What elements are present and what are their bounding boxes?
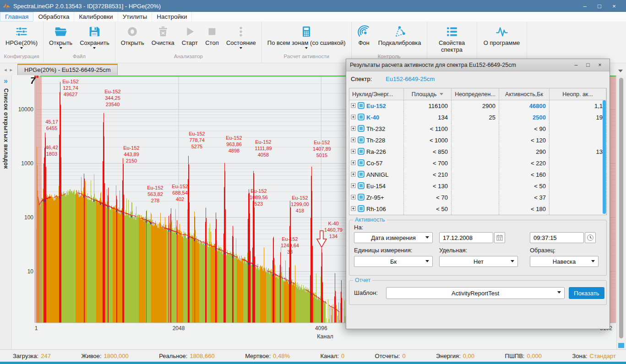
date-mode-select[interactable]: Дата измерения: [354, 232, 433, 243]
menu-item-4[interactable]: Утилиты: [118, 12, 152, 22]
chevron-down-icon: [557, 291, 561, 293]
vertical-scrollbar[interactable]: [616, 75, 626, 349]
expander-icon[interactable]: [351, 194, 356, 201]
column-header-5[interactable]: Неопр. ак...: [550, 88, 606, 100]
save-button[interactable]: Сохранить: [76, 23, 113, 50]
status-item-2: Живое:1800,000: [81, 353, 128, 359]
nuclide-checkbox[interactable]: [358, 102, 365, 110]
date-field[interactable]: 17.12.2008: [439, 232, 493, 243]
menu-item-1[interactable]: Главная: [0, 12, 33, 22]
cell-activity_unc: [550, 135, 606, 146]
nuclide-checkbox[interactable]: [358, 136, 365, 145]
spectrum-link[interactable]: Eu152-6649-25cm: [386, 76, 435, 82]
cell-activity: < 50: [499, 180, 550, 192]
cell-area: < 50: [404, 203, 452, 215]
menu-item-2[interactable]: Обработка: [33, 12, 74, 22]
table-row[interactable]: Zr-95+< 70< 37: [349, 192, 606, 203]
minimize-button[interactable]: –: [577, 3, 592, 10]
scrollbar-corner[interactable]: [618, 343, 624, 348]
expander-icon[interactable]: [351, 137, 356, 144]
menu-item-5[interactable]: Настройки: [152, 12, 192, 22]
calendar-button[interactable]: [494, 232, 505, 243]
show-report-button[interactable]: Показать: [569, 287, 604, 299]
status-item-5: Канал:0: [320, 353, 344, 359]
cell-activity_unc: [550, 192, 606, 203]
dialog-maximize-button[interactable]: □: [582, 62, 594, 68]
column-header-2[interactable]: Площадь: [404, 88, 452, 100]
expander-icon[interactable]: [351, 160, 356, 167]
time-field[interactable]: 09:37:15: [530, 232, 584, 243]
cell-uncertainty: [452, 158, 499, 169]
expander-icon[interactable]: [351, 183, 356, 190]
calculator-button[interactable]: По всем зонам (со сшивкой): [264, 23, 349, 50]
nuclide-checkbox[interactable]: [358, 148, 365, 156]
open-tabs-sidebar[interactable]: » Список открытых вкладок: [0, 75, 12, 349]
nuclide-checkbox[interactable]: [358, 159, 365, 168]
cell-uncertainty: [452, 169, 499, 180]
detector-button-label: Открыть: [121, 39, 144, 46]
nuclide-checkbox[interactable]: [358, 171, 365, 179]
nuclide-checkbox[interactable]: [358, 125, 365, 133]
chevron-down-icon: [425, 260, 429, 262]
table-row[interactable]: Eu-1521161002900468001,1: [349, 100, 606, 112]
close-button[interactable]: ×: [607, 3, 621, 10]
status-item-7: Энергия:0,00: [436, 353, 474, 359]
nuclide-checkbox[interactable]: [358, 182, 365, 190]
recalibration-button[interactable]: Подкалибровка: [375, 23, 425, 47]
folder-open-button[interactable]: Открыть: [46, 23, 76, 50]
tab-scroll-arrows[interactable]: ◂▸: [0, 67, 17, 75]
units-select[interactable]: Бк: [354, 256, 433, 267]
sliders-button[interactable]: HPGe(20%): [2, 23, 41, 50]
spectrum-properties-button[interactable]: Свойства спектра: [430, 23, 474, 54]
expander-icon[interactable]: [351, 103, 356, 109]
titlebar: SpectraLineGP 2.0.13543 - ID[372B8531] -…: [0, 0, 626, 12]
nuclide-name: ANNIGL: [366, 171, 388, 178]
background-signal-button[interactable]: Фон: [354, 23, 374, 47]
table-row[interactable]: Co-57< 700< 220: [349, 158, 606, 169]
table-row[interactable]: Th-232< 1100< 90: [349, 123, 606, 135]
expander-icon[interactable]: [351, 171, 356, 178]
expand-sidebar-icon[interactable]: »: [4, 77, 8, 84]
tab-list-dropdown-icon[interactable]: [618, 70, 623, 72]
table-row[interactable]: K-4013425250019: [349, 112, 606, 123]
folder-open-button-label: Открыть: [49, 39, 72, 46]
column-header-1[interactable]: Нуклид/Энерг...: [349, 88, 404, 100]
specific-label: Удельная:: [439, 247, 467, 254]
table-row[interactable]: Rh-106< 50< 180: [349, 203, 606, 215]
nuclide-checkbox[interactable]: [358, 205, 365, 213]
sample-select[interactable]: Навеска: [530, 256, 599, 267]
table-body: Eu-1521161002900468001,1K-4013425250019T…: [349, 100, 606, 215]
maximize-button[interactable]: □: [592, 3, 607, 10]
app-logo-icon: [3, 2, 10, 10]
clock-icon: [587, 234, 594, 241]
table-row[interactable]: Eu-154< 130< 50: [349, 180, 606, 192]
dialog-minimize-button[interactable]: –: [570, 62, 582, 68]
table-row[interactable]: Ra-226< 85029013: [349, 146, 606, 158]
table-row[interactable]: Th-228< 1000< 120: [349, 135, 606, 146]
cell-activity: < 160: [499, 169, 550, 180]
expander-icon[interactable]: [351, 125, 356, 132]
scrollbar-thumb[interactable]: [619, 78, 623, 338]
clock-button[interactable]: [585, 232, 596, 243]
expander-icon[interactable]: [351, 206, 356, 212]
spectrum-tab[interactable]: HPGe(20%) - Eu152-6649-25cm: [17, 64, 118, 75]
cell-activity: 46800: [499, 100, 550, 112]
nuclide-checkbox[interactable]: [358, 194, 365, 202]
column-header-4[interactable]: Активность,Бк: [499, 88, 550, 100]
nuclide-checkbox[interactable]: [358, 114, 365, 122]
status-value: 0: [341, 353, 344, 359]
cell-area: < 850: [404, 146, 452, 158]
table-row[interactable]: ANNIGL< 210< 160: [349, 169, 606, 180]
expander-icon[interactable]: [351, 114, 356, 121]
report-section-title: Отчет: [353, 277, 372, 283]
activity-results-dialog: Результаты расчета активности для спектр…: [346, 59, 610, 329]
expander-icon[interactable]: [351, 148, 356, 155]
report-template-select[interactable]: ActivityReportTest: [386, 287, 565, 299]
cell-area: < 210: [404, 169, 452, 180]
menu-item-3[interactable]: Калибровки: [74, 12, 118, 22]
table-scrollbar[interactable]: [603, 100, 606, 214]
about-button[interactable]: О программе: [479, 23, 524, 47]
specific-select[interactable]: Нет: [439, 256, 518, 267]
dialog-close-button[interactable]: ×: [594, 62, 606, 68]
column-header-3[interactable]: Неопределен...: [452, 88, 499, 100]
